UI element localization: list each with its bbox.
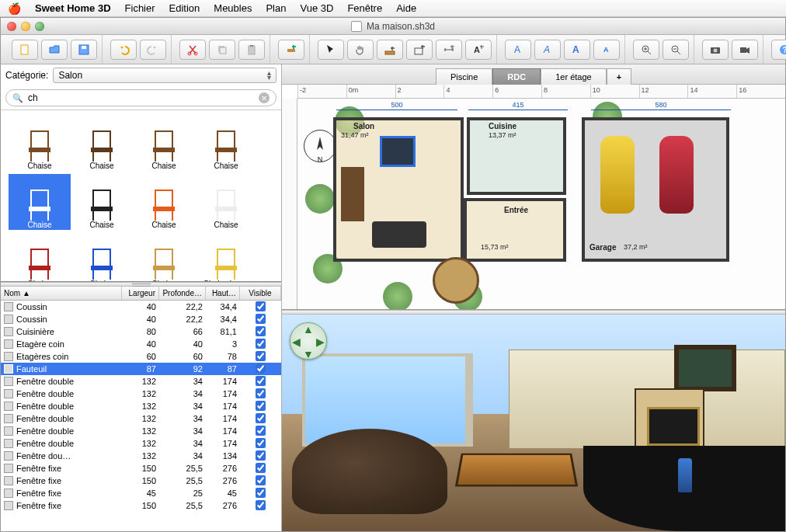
new-button[interactable] [12, 40, 38, 60]
col-profondeur[interactable]: Profonde… [159, 287, 206, 300]
visible-checkbox[interactable] [256, 401, 266, 411]
car-icon[interactable] [659, 136, 694, 214]
app-menu[interactable]: Sweet Home 3D [35, 2, 111, 14]
visible-checkbox[interactable] [256, 450, 266, 461]
window-zoom-button[interactable] [35, 22, 44, 31]
table-row[interactable]: Coussin4022,234,4 [1, 301, 281, 313]
catalog-item[interactable]: Chaise [133, 174, 195, 230]
col-name[interactable]: Nom ▲ [1, 287, 122, 300]
table-row[interactable]: Fenêtre double13234174 [1, 437, 281, 450]
open-button[interactable] [41, 40, 68, 60]
paste-button[interactable] [238, 40, 265, 60]
room-tool[interactable] [406, 40, 433, 60]
visible-checkbox[interactable] [256, 314, 266, 324]
visible-checkbox[interactable] [256, 363, 266, 374]
tab-1er-etage[interactable]: 1er étage [541, 68, 606, 85]
wall-tool[interactable] [377, 40, 403, 60]
table-row[interactable]: Fenêtre fixe15025,5276 [1, 499, 281, 512]
window-minimize-button[interactable] [21, 22, 30, 31]
window-titlebar[interactable]: Ma maison.sh3d [1, 18, 785, 35]
visible-checkbox[interactable] [256, 488, 266, 498]
table-row[interactable]: Fenêtre fixe15025,5276 [1, 462, 281, 475]
category-select[interactable]: Salon ▴▾ [53, 68, 276, 83]
col-hauteur[interactable]: Haut… [206, 287, 240, 300]
visible-checkbox[interactable] [256, 301, 266, 311]
arrow-right-icon[interactable]: ▶ [316, 336, 325, 348]
3d-nav-pad[interactable]: ▲ ◀▶ ▼ [290, 322, 327, 360]
text-decrease-button[interactable]: A [593, 40, 620, 60]
catalog-item[interactable]: Chaise [9, 233, 71, 281]
visible-checkbox[interactable] [256, 376, 266, 386]
catalog-item[interactable]: Chaise [71, 174, 133, 230]
arrow-down-icon[interactable]: ▼ [303, 348, 314, 360]
visible-checkbox[interactable] [256, 475, 266, 485]
help-button[interactable]: ? [771, 40, 786, 60]
table-row[interactable]: Etagères coin606078 [1, 350, 281, 363]
table-row[interactable]: Coussin4022,234,4 [1, 313, 281, 325]
clear-search-button[interactable]: ✕ [259, 92, 270, 103]
menu-edition[interactable]: Edition [169, 2, 200, 14]
visible-checkbox[interactable] [256, 388, 266, 398]
window-close-button[interactable] [7, 22, 16, 31]
add-furniture-button[interactable] [278, 40, 304, 60]
table-row[interactable]: Cuisinière806681,1 [1, 325, 281, 338]
redo-button[interactable] [140, 40, 166, 60]
col-visible[interactable]: Visible [240, 287, 281, 300]
text-italic-button[interactable]: A [534, 40, 561, 60]
catalog-item[interactable]: Chaise jaune [195, 233, 257, 281]
dimension-tool[interactable] [436, 40, 462, 60]
visible-checkbox[interactable] [256, 326, 266, 336]
visible-checkbox[interactable] [256, 426, 266, 436]
apple-menu-icon[interactable]: 🍎 [8, 2, 21, 15]
catalog-item[interactable]: Chaise [195, 174, 257, 230]
floor-plan[interactable]: 500 415 580 Salon 31,47 m² Cuisine 13,37… [333, 113, 753, 299]
tab-piscine[interactable]: Piscine [436, 68, 492, 85]
furniture-item[interactable] [433, 257, 479, 304]
plan-2d-view[interactable]: -20m246810121416 500 [282, 85, 785, 310]
view-3d[interactable]: ▲ ◀▶ ▼ [282, 315, 785, 531]
visible-checkbox[interactable] [256, 339, 266, 349]
undo-button[interactable] [110, 40, 137, 60]
menu-meubles[interactable]: Meubles [214, 2, 252, 14]
menu-fenetre[interactable]: Fenêtre [347, 2, 382, 14]
text-tool[interactable]: A [465, 40, 492, 60]
arrow-left-icon[interactable]: ◀ [292, 336, 301, 348]
furniture-item[interactable] [372, 221, 426, 248]
catalog-item[interactable]: Chaise [71, 115, 133, 171]
table-row[interactable]: Fenêtre double13234174 [1, 425, 281, 437]
table-row[interactable]: Fenêtre dou…13234134 [1, 450, 281, 462]
copy-button[interactable] [209, 40, 235, 60]
car-icon[interactable] [600, 136, 635, 214]
table-row[interactable]: Fenêtre double13234174 [1, 412, 281, 425]
compass-icon[interactable] [304, 130, 336, 162]
zoom-in-button[interactable] [633, 40, 659, 60]
visible-checkbox[interactable] [256, 463, 266, 473]
table-row[interactable]: Fenêtre fixe15025,5276 [1, 475, 281, 487]
catalog-item[interactable]: Chaise [71, 233, 133, 281]
zoom-out-button[interactable] [663, 40, 689, 60]
menu-aide[interactable]: Aide [396, 2, 416, 14]
select-tool[interactable] [318, 40, 344, 60]
visible-checkbox[interactable] [256, 438, 266, 448]
catalog-item[interactable]: Chaise [9, 115, 71, 171]
furniture-item[interactable] [341, 167, 364, 221]
visible-checkbox[interactable] [256, 413, 266, 423]
save-button[interactable] [71, 40, 97, 60]
tab-add[interactable]: + [607, 68, 631, 85]
catalog-item[interactable]: Chaise [195, 115, 257, 171]
catalog-item[interactable]: Chaise [9, 174, 71, 230]
table-row[interactable]: Etagère coin40403 [1, 338, 281, 350]
table-row[interactable]: Fenêtre double13234174 [1, 400, 281, 412]
menu-vue3d[interactable]: Vue 3D [300, 2, 333, 14]
visible-checkbox[interactable] [256, 351, 266, 361]
tab-rdc[interactable]: RDC [492, 68, 541, 85]
table-row[interactable]: Fenêtre fixe452545 [1, 487, 281, 499]
selected-furniture[interactable] [380, 136, 416, 167]
table-row[interactable]: Fenêtre double13234174 [1, 375, 281, 388]
menu-plan[interactable]: Plan [266, 2, 286, 14]
video-button[interactable] [732, 40, 758, 60]
catalog-item[interactable]: Chaise [133, 233, 195, 281]
table-row[interactable]: Fauteuil879287 [1, 363, 281, 375]
menu-fichier[interactable]: Fichier [125, 2, 155, 14]
furniture-table-header[interactable]: Nom ▲ Largeur Profonde… Haut… Visible [1, 287, 281, 301]
